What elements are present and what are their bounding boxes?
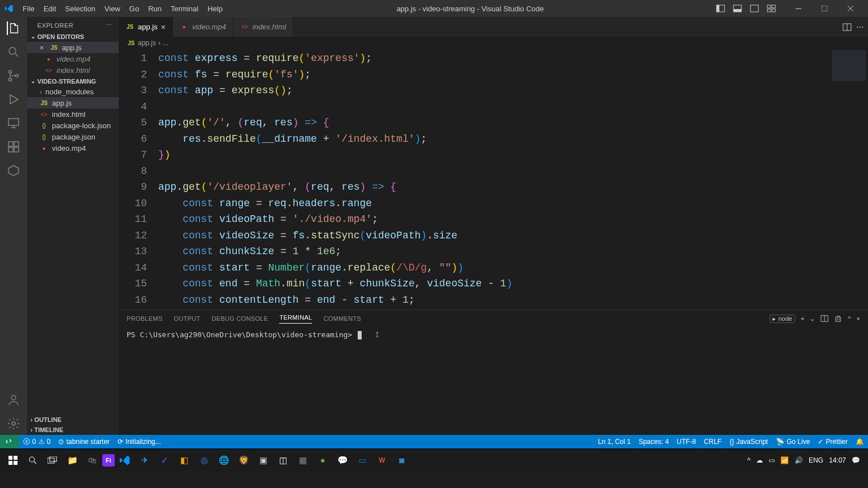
file-package-lock[interactable]: {}package-lock.json	[27, 120, 119, 131]
panel-tab-problems[interactable]: PROBLEMS	[127, 315, 163, 322]
file-videomp4[interactable]: ●video.mp4	[27, 142, 119, 154]
remote-explorer-icon[interactable]	[7, 116, 20, 130]
close-icon[interactable]: ×	[40, 43, 44, 52]
terminal-body[interactable]: PS C:\Users\ag290\OneDrive\Desktop\video…	[119, 327, 868, 343]
open-editor-appjs[interactable]: ×JSapp.js	[27, 42, 119, 53]
new-terminal-icon[interactable]: +	[801, 315, 804, 322]
taskbar-app-6[interactable]: ◫	[274, 451, 293, 469]
taskbar-vscode[interactable]	[115, 451, 134, 469]
close-button[interactable]	[837, 0, 863, 17]
taskbar-app-4[interactable]: ◧	[175, 451, 194, 469]
tab-videomp4[interactable]: ●video.mp4	[173, 17, 233, 37]
open-editor-indexhtml[interactable]: <>index.html	[27, 64, 119, 76]
outline-section[interactable]: ›OUTLINE	[27, 415, 119, 425]
file-package-json[interactable]: {}package.json	[27, 131, 119, 142]
maximize-panel-icon[interactable]: ^	[848, 315, 850, 322]
search-icon[interactable]	[7, 45, 20, 59]
taskbar-terminal[interactable]: ▣	[254, 451, 273, 469]
breadcrumb[interactable]: JSapp.js›...	[119, 37, 868, 49]
taskbar-edge[interactable]: 🌐	[214, 451, 233, 469]
layout-left-icon[interactable]	[713, 2, 728, 15]
panel-tab-terminal[interactable]: TERMINAL	[279, 314, 312, 324]
layout-bottom-icon[interactable]	[730, 2, 745, 15]
tray-notifications-icon[interactable]: 💬	[852, 456, 860, 464]
menu-view[interactable]: View	[100, 2, 125, 15]
folder-node-modules[interactable]: ›node_modules	[27, 86, 119, 97]
start-button[interactable]	[3, 451, 23, 469]
terminal-shell-label[interactable]: ▸node	[770, 315, 795, 323]
close-icon[interactable]: ×	[161, 23, 166, 32]
taskbar-app-3[interactable]: Fi	[102, 454, 115, 467]
panel-tab-output[interactable]: OUTPUT	[174, 315, 201, 322]
layout-grid-icon[interactable]	[764, 2, 779, 15]
taskbar-telegram[interactable]: ✈	[135, 451, 154, 469]
close-panel-icon[interactable]: ×	[857, 315, 860, 322]
run-debug-icon[interactable]	[7, 93, 20, 106]
menu-edit[interactable]: Edit	[39, 2, 60, 15]
status-errors[interactable]: ⓧ0⚠0	[19, 435, 54, 448]
remote-indicator[interactable]	[0, 435, 19, 448]
tab-indexhtml[interactable]: <>index.html	[233, 17, 293, 37]
tabnine-icon[interactable]	[7, 164, 20, 177]
tab-appjs[interactable]: JSapp.js×	[119, 17, 173, 37]
project-section[interactable]: ⌄VIDEO-STREAMING	[27, 76, 119, 86]
taskbar-app-1[interactable]: 📁	[63, 451, 82, 469]
maximize-button[interactable]	[811, 0, 837, 17]
status-spaces[interactable]: Spaces: 4	[635, 438, 672, 446]
split-editor-icon[interactable]	[843, 23, 852, 32]
task-view-icon[interactable]	[43, 451, 62, 469]
taskbar-search-icon[interactable]	[23, 451, 42, 469]
menu-file[interactable]: File	[18, 2, 39, 15]
open-editors-section[interactable]: ⌄OPEN EDITORS	[27, 31, 119, 42]
file-indexhtml[interactable]: <>index.html	[27, 108, 119, 120]
code-editor[interactable]: 12345678910111213141516 const express = …	[119, 49, 868, 310]
menu-run[interactable]: Run	[144, 2, 166, 15]
timeline-section[interactable]: ›TIMELINE	[27, 425, 119, 435]
file-appjs[interactable]: JSapp.js	[27, 97, 119, 108]
status-prettier[interactable]: ✓Prettier	[814, 438, 852, 446]
code-content[interactable]: const express = require('express'); cons…	[158, 49, 868, 310]
status-cursor-pos[interactable]: Ln 1, Col 1	[594, 438, 635, 446]
taskbar-app-2[interactable]: 🛍	[83, 451, 102, 469]
taskbar-app-7[interactable]: ▦	[293, 451, 313, 469]
taskbar-app-11[interactable]: W	[372, 451, 392, 469]
minimap[interactable]	[832, 50, 866, 101]
taskbar-brave[interactable]: 🦁	[234, 451, 253, 469]
tray-language[interactable]: ENG	[809, 456, 823, 464]
split-terminal-icon[interactable]	[821, 315, 828, 323]
tray-battery-icon[interactable]: ▭	[769, 456, 775, 464]
taskbar-todo[interactable]: ✓	[155, 451, 174, 469]
status-notifications-icon[interactable]: 🔔	[852, 438, 868, 446]
panel-tab-comments[interactable]: COMMENTS	[323, 315, 361, 322]
taskbar-app-8[interactable]: ●	[313, 451, 332, 469]
tray-onedrive-icon[interactable]: ☁	[756, 456, 763, 464]
explorer-icon[interactable]	[7, 21, 20, 35]
terminal-dropdown-icon[interactable]: ⌄	[810, 315, 815, 323]
menu-terminal[interactable]: Terminal	[166, 2, 203, 15]
extensions-icon[interactable]	[7, 140, 20, 154]
menu-help[interactable]: Help	[203, 2, 227, 15]
menu-go[interactable]: Go	[125, 2, 144, 15]
open-editor-videomp4[interactable]: ●video.mp4	[27, 53, 119, 64]
tray-clock[interactable]: 14:07	[829, 456, 846, 464]
status-encoding[interactable]: UTF-8	[673, 438, 700, 446]
taskbar-app-12[interactable]: ◙	[392, 451, 411, 469]
more-actions-icon[interactable]: ⋯	[856, 23, 863, 31]
tray-chevron-icon[interactable]: ^	[747, 456, 750, 464]
source-control-icon[interactable]	[7, 69, 20, 82]
menu-selection[interactable]: Selection	[60, 2, 99, 15]
layout-right-icon[interactable]	[747, 2, 762, 15]
status-language[interactable]: {}JavaScript	[726, 438, 772, 446]
status-tabnine[interactable]: ⊙tabnine starter	[54, 435, 114, 448]
settings-gear-icon[interactable]	[7, 417, 20, 430]
kill-terminal-icon[interactable]	[834, 315, 842, 323]
taskbar-app-10[interactable]: ▭	[353, 451, 372, 469]
status-initializing[interactable]: ⟳Initializing...	[114, 435, 165, 448]
taskbar-app-5[interactable]: ◎	[194, 451, 214, 469]
panel-tab-debug[interactable]: DEBUG CONSOLE	[212, 315, 268, 322]
explorer-more-icon[interactable]: ⋯	[106, 21, 112, 29]
tray-wifi-icon[interactable]: 📶	[780, 456, 789, 464]
taskbar-app-9[interactable]: 💬	[333, 451, 352, 469]
account-icon[interactable]	[7, 393, 20, 407]
tray-volume-icon[interactable]: 🔊	[795, 456, 803, 464]
